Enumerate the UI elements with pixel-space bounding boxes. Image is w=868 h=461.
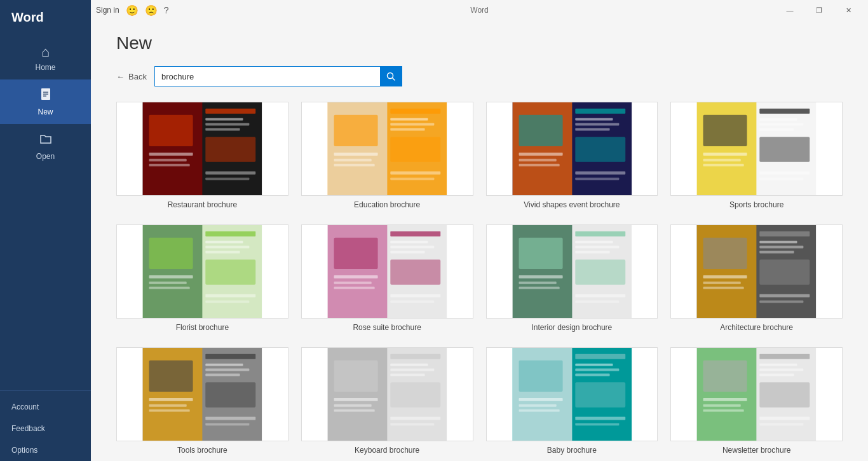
svg-rect-89 [575,251,609,253]
template-item-newsletter[interactable]: Newsletter brochure [670,347,843,455]
svg-rect-17 [205,172,255,175]
template-item-florist[interactable]: Florist brochure [116,224,288,332]
svg-rect-21 [390,109,440,114]
page-title: New [116,33,843,53]
svg-rect-128 [390,373,424,376]
svg-rect-133 [334,409,374,412]
minimize-button[interactable]: — [775,0,804,20]
sidebar-item-account[interactable]: Account [0,396,91,418]
svg-rect-56 [760,172,810,175]
svg-rect-141 [575,373,609,376]
sidebar-item-new-label: New [37,107,53,116]
template-thumb-vivid [486,102,658,196]
svg-rect-65 [149,238,193,269]
template-item-sports[interactable]: Sports brochure [670,102,843,209]
svg-rect-86 [575,231,625,237]
close-button[interactable]: ✕ [834,0,863,20]
svg-line-5 [392,78,395,81]
svg-rect-125 [390,354,440,359]
svg-rect-44 [575,177,619,180]
template-item-rose[interactable]: Rose suite brochure [301,224,473,332]
svg-rect-82 [390,294,440,298]
svg-rect-130 [334,361,377,392]
svg-rect-77 [390,259,440,284]
svg-rect-66 [149,275,193,279]
svg-rect-155 [760,382,810,407]
svg-rect-27 [334,153,377,156]
svg-rect-157 [703,398,747,401]
svg-rect-39 [519,115,562,146]
new-doc-icon [39,87,53,104]
template-item-interior[interactable]: Interior design brochure [486,224,658,332]
template-thumb-tools [116,347,288,441]
svg-rect-37 [575,128,609,130]
template-thumb-sports [670,102,843,196]
app-bar: Sign in 🙂 🙁 ? Word — ❐ ✕ [91,0,868,20]
sidebar-item-home[interactable]: ⌂ Home [0,38,91,79]
svg-rect-29 [334,164,374,167]
sign-in-button[interactable]: Sign in [96,6,119,15]
svg-rect-143 [519,361,562,392]
svg-rect-115 [205,373,240,376]
template-item-restaurant[interactable]: Restaurant brochure [116,102,288,209]
back-button[interactable]: ← Back [116,72,147,81]
svg-rect-105 [703,275,747,279]
search-button[interactable] [380,67,402,86]
svg-rect-106 [703,282,741,284]
svg-rect-120 [149,409,190,412]
svg-rect-139 [575,364,613,366]
svg-rect-112 [205,354,255,359]
svg-rect-52 [703,115,747,146]
template-item-baby[interactable]: Baby brochure [486,347,658,455]
svg-rect-68 [149,287,190,289]
svg-rect-54 [703,159,741,162]
svg-rect-76 [390,251,424,253]
svg-rect-135 [390,423,434,425]
svg-rect-102 [760,251,794,253]
svg-rect-79 [334,275,377,279]
svg-rect-117 [149,361,193,392]
template-label-keyboard: Keyboard brochure [355,446,419,455]
maximize-button[interactable]: ❐ [804,0,834,20]
template-label-tools: Tools brochure [177,446,227,455]
template-label-baby: Baby brochure [547,446,597,455]
svg-rect-36 [575,123,619,126]
svg-rect-87 [575,241,613,244]
svg-rect-57 [760,177,804,180]
svg-rect-14 [149,153,193,156]
help-icon[interactable]: ? [164,5,169,15]
template-thumb-newsletter [670,347,843,441]
svg-rect-28 [334,159,371,162]
template-item-education[interactable]: Education brochure [301,102,473,209]
svg-rect-151 [760,354,810,359]
smiley-icon[interactable]: 🙂 [126,4,139,17]
svg-rect-41 [519,159,556,162]
search-input[interactable] [155,69,380,85]
window-frame: Sign in 🙂 🙁 ? Word — ❐ ✕ New ← Back [91,0,868,461]
sidebar-item-open[interactable]: Open [0,124,91,169]
svg-rect-160 [760,417,810,420]
svg-rect-69 [205,294,255,298]
svg-rect-103 [760,259,810,284]
svg-rect-90 [575,259,625,284]
svg-rect-15 [149,159,187,162]
svg-rect-25 [390,137,440,162]
template-thumb-interior [486,224,658,319]
sidebar-item-feedback[interactable]: Feedback [0,418,91,439]
template-item-vivid[interactable]: Vivid shapes event brochure [486,102,658,209]
svg-rect-83 [390,300,434,303]
svg-rect-22 [390,118,428,121]
svg-rect-121 [205,417,255,420]
template-item-architecture[interactable]: Architecture brochure [670,224,843,332]
sidebar-item-new[interactable]: New [0,79,91,124]
svg-rect-158 [703,404,741,407]
template-item-keyboard[interactable]: Keyboard brochure [301,347,473,455]
template-thumb-baby [486,347,658,441]
sidebar-item-options[interactable]: Options [0,439,91,461]
template-thumb-restaurant [116,102,288,196]
sad-icon[interactable]: 🙁 [145,4,158,17]
svg-rect-42 [519,164,559,167]
svg-rect-154 [760,373,794,376]
svg-rect-156 [703,361,747,392]
template-item-tools[interactable]: Tools brochure [116,347,288,455]
